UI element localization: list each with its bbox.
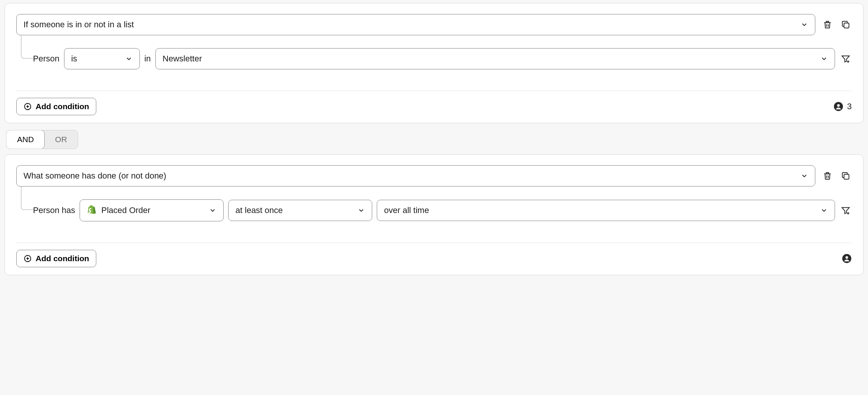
timeframe-value: over all time [384, 205, 429, 215]
duplicate-button[interactable] [840, 170, 852, 182]
condition-detail-row: Person is in Newsletter [22, 48, 852, 69]
list-value: Newsletter [163, 54, 202, 64]
event-value: Placed Order [101, 205, 150, 215]
chevron-down-icon [801, 21, 808, 28]
in-label: in [144, 54, 151, 64]
condition-type-value: What someone has done (or not done) [24, 171, 166, 181]
logic-or-tab[interactable]: OR [44, 130, 78, 149]
plus-circle-icon [24, 102, 32, 111]
profile-count: 3 [834, 102, 852, 111]
person-circle-icon [842, 254, 852, 263]
connector-line [21, 187, 34, 210]
condition-type-row: If someone is in or not in a list [16, 14, 852, 35]
copy-icon [841, 20, 851, 30]
condition-type-select[interactable]: If someone is in or not in a list [16, 14, 815, 35]
person-circle-icon [834, 102, 843, 111]
operator-value: is [71, 54, 77, 64]
group-footer: Add condition 3 [16, 91, 852, 115]
operator-select[interactable]: is [64, 48, 140, 69]
svg-point-3 [837, 104, 840, 107]
filter-add-icon [841, 205, 851, 215]
chevron-down-icon [820, 207, 828, 214]
add-filter-button[interactable] [840, 53, 852, 65]
timeframe-select[interactable]: over all time [377, 200, 835, 221]
shopify-icon [87, 205, 97, 216]
condition-type-value: If someone is in or not in a list [24, 20, 134, 30]
logic-and-tab[interactable]: AND [6, 130, 45, 149]
trash-icon [823, 171, 832, 181]
svg-rect-4 [844, 174, 849, 179]
chevron-down-icon [820, 55, 828, 63]
add-filter-button[interactable] [840, 204, 852, 216]
profile-count [842, 254, 852, 263]
logic-operator-toggle: AND OR [6, 130, 78, 149]
svg-rect-0 [844, 23, 849, 28]
event-select[interactable]: Placed Order [80, 199, 224, 221]
condition-group-1: If someone is in or not in a list Person… [5, 3, 863, 123]
add-condition-button[interactable]: Add condition [16, 250, 96, 267]
chevron-down-icon [125, 55, 133, 63]
frequency-value: at least once [235, 205, 283, 215]
group-footer: Add condition [16, 243, 852, 267]
duplicate-button[interactable] [840, 19, 852, 31]
condition-type-row: What someone has done (or not done) [16, 165, 852, 187]
condition-type-select[interactable]: What someone has done (or not done) [16, 165, 815, 187]
chevron-down-icon [357, 207, 365, 214]
trash-icon [823, 20, 832, 30]
condition-group-2: What someone has done (or not done) Pers… [5, 154, 863, 275]
add-condition-label: Add condition [36, 254, 89, 263]
delete-button[interactable] [821, 170, 834, 182]
chevron-down-icon [801, 172, 808, 180]
connector-line [21, 35, 34, 59]
filter-add-icon [841, 54, 851, 64]
add-condition-button[interactable]: Add condition [16, 98, 96, 115]
person-label: Person [33, 54, 60, 64]
person-has-label: Person has [33, 205, 75, 215]
add-condition-label: Add condition [36, 102, 89, 111]
profile-count-value: 3 [847, 102, 852, 111]
delete-button[interactable] [821, 19, 834, 31]
svg-point-7 [846, 256, 848, 259]
condition-detail-row: Person has Placed Order at least once ov… [22, 199, 852, 221]
copy-icon [841, 171, 851, 181]
chevron-down-icon [209, 207, 216, 214]
frequency-select[interactable]: at least once [228, 200, 372, 221]
plus-circle-icon [24, 254, 32, 263]
list-select[interactable]: Newsletter [155, 48, 835, 69]
